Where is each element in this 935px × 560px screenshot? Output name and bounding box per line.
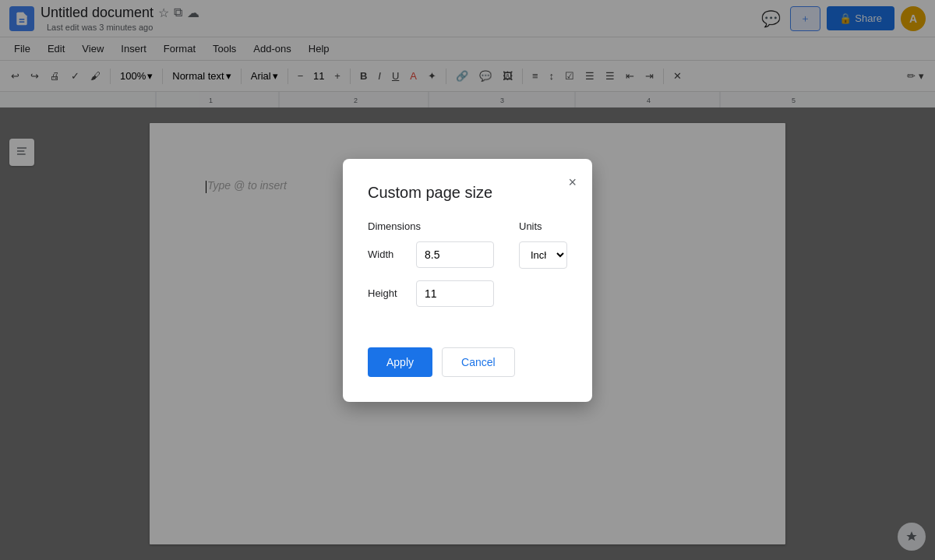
modal-overlay: Custom page size × Dimensions Width Heig… [0, 107, 935, 560]
units-label: Units [519, 220, 567, 232]
dialog-title: Custom page size [368, 184, 567, 202]
height-label: Height [368, 287, 407, 299]
cancel-button[interactable]: Cancel [442, 347, 515, 377]
width-input[interactable] [416, 241, 494, 268]
dimensions-label: Dimensions [368, 220, 494, 232]
dimensions-units-row: Dimensions Width Height Units [368, 220, 567, 329]
height-input[interactable] [416, 280, 494, 307]
height-row: Height [368, 280, 494, 307]
custom-page-size-dialog: Custom page size × Dimensions Width Heig… [343, 159, 592, 402]
apply-button[interactable]: Apply [368, 347, 432, 377]
doc-area: Type @ to insert Custom page size × Dime… [0, 107, 935, 560]
dialog-buttons: Apply Cancel [368, 347, 567, 377]
dialog-close-button[interactable]: × [565, 171, 580, 194]
dimensions-column: Dimensions Width Height [368, 220, 494, 329]
units-column: Units Inches Centimeters Points Picas [519, 220, 567, 329]
units-select[interactable]: Inches Centimeters Points Picas [519, 241, 567, 269]
dimension-fields: Width Height [368, 241, 494, 307]
width-row: Width [368, 241, 494, 268]
width-label: Width [368, 248, 407, 260]
